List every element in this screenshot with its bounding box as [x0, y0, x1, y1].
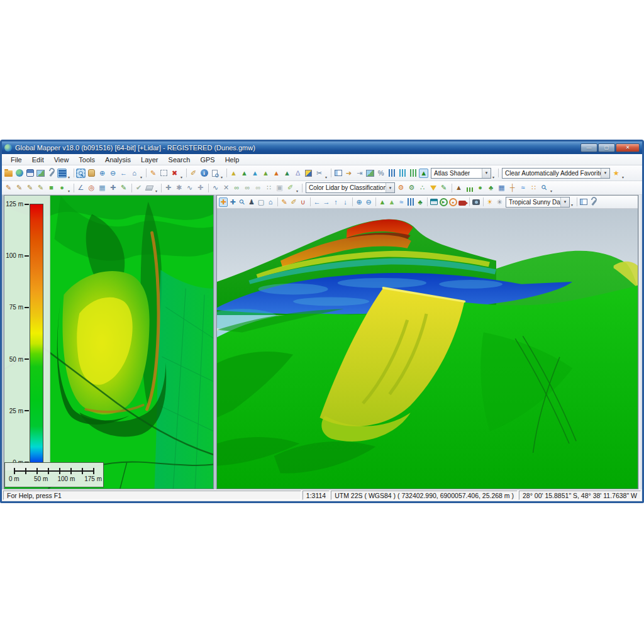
record-fly-through-icon[interactable]	[448, 197, 457, 207]
lidar-3d-icon[interactable]	[406, 197, 415, 207]
menu-file[interactable]: File	[6, 155, 27, 164]
combine-areas-icon[interactable]: ∞	[232, 183, 242, 192]
delete-feature-icon[interactable]: ✖	[170, 169, 179, 178]
dock-panel-icon[interactable]: ⇥	[355, 169, 364, 178]
watershed-analysis-icon[interactable]: ▲	[250, 169, 260, 178]
lidar-filter-icon[interactable]	[397, 169, 407, 178]
create-angle-icon[interactable]: ∠	[76, 183, 86, 192]
save-workspace-icon[interactable]	[25, 169, 35, 178]
fly-path-icon[interactable]: ∪	[299, 197, 308, 207]
sun-lighting-icon[interactable]: ☀	[486, 197, 494, 207]
transparency-icon[interactable]: %	[376, 169, 386, 178]
create-area-icon[interactable]: ✎	[25, 183, 35, 192]
view-3d-canvas[interactable]	[217, 209, 638, 489]
map-layout-icon[interactable]	[36, 169, 45, 178]
record-movie-icon[interactable]	[430, 197, 438, 207]
rotate-left-icon[interactable]: ←	[313, 197, 321, 207]
show-3d-bounding-box-icon[interactable]: ▢	[257, 197, 265, 207]
toolbar-overflow[interactable]: ▾	[550, 189, 552, 193]
confirm-edit-icon[interactable]: ✔	[134, 183, 143, 192]
atlas-shader-toggle-icon[interactable]: ▲	[419, 169, 428, 178]
subtract-areas-icon[interactable]: ∞	[243, 183, 252, 192]
full-view-icon[interactable]: ⌂	[130, 169, 139, 178]
snap-vertex-icon[interactable]: ✚	[196, 183, 205, 192]
terrain-shader-icon[interactable]: ▲	[229, 169, 238, 178]
create-grid-icon[interactable]: ▦	[97, 183, 107, 192]
paint-area-icon[interactable]: ✎	[119, 183, 128, 192]
crop-tool-icon[interactable]: ✂	[314, 169, 324, 178]
exaggeration-up-icon[interactable]: ▲	[378, 197, 387, 207]
toolbar-overflow[interactable]: ▾	[68, 175, 70, 179]
zoom-in-icon[interactable]: ⊕	[97, 169, 107, 178]
open-file-icon[interactable]	[4, 169, 13, 178]
chevron-down-icon[interactable]: ▾	[386, 183, 394, 192]
toolbar-overflow[interactable]: ▾	[155, 189, 157, 193]
sun-position-icon[interactable]: ✳	[495, 197, 504, 207]
feature-info-icon[interactable]	[199, 169, 209, 178]
reset-3d-view-icon[interactable]: ⌂	[266, 197, 275, 207]
lidar_color-combo[interactable]: Color Lidar by Classification▾	[306, 182, 395, 193]
chevron-down-icon[interactable]: ▾	[601, 169, 609, 178]
zoom-tool-icon[interactable]	[76, 169, 86, 178]
draw-3d-icon[interactable]: ✎	[280, 197, 289, 207]
classify-high-vegetation-icon[interactable]: ♣	[486, 183, 496, 192]
classify-powerline-icon[interactable]: ┼	[508, 183, 517, 192]
exaggeration-down-icon[interactable]: ▲	[387, 197, 396, 207]
zoom-out-3d-icon[interactable]: ⊖	[364, 197, 373, 207]
delete-vertex-icon[interactable]: ✱	[174, 183, 184, 192]
measure-3d-icon[interactable]: ✐	[289, 197, 298, 207]
raster-calculator-icon[interactable]	[304, 169, 313, 178]
menu-tools[interactable]: Tools	[74, 155, 100, 164]
sky-combo[interactable]: Tropical Sunny Day▾	[506, 197, 570, 208]
toggle-3d-panels-icon[interactable]	[579, 197, 588, 207]
toolbar-overflow[interactable]: ▾	[622, 175, 624, 179]
split-line-icon[interactable]: ✕	[221, 183, 231, 192]
edit-vertices-icon[interactable]: ∿	[185, 183, 194, 192]
walk-mode-icon[interactable]: ♟	[247, 197, 256, 207]
rotate-right-icon[interactable]: →	[322, 197, 331, 207]
image-swipe-icon[interactable]	[365, 169, 375, 178]
terrain-painting-icon[interactable]: ▲	[282, 169, 292, 178]
configure-icon[interactable]	[47, 169, 56, 178]
create-area-shape-icon[interactable]: ✎	[36, 183, 45, 192]
create-point-icon[interactable]: ✎	[4, 183, 13, 192]
toolbar-overflow[interactable]: ▾	[221, 175, 223, 179]
toolbar-overflow[interactable]: ▾	[571, 203, 573, 207]
classify-ground-icon[interactable]: ▲	[454, 183, 464, 192]
crop-areas-icon[interactable]: ∞	[253, 183, 263, 192]
previous-view-icon[interactable]: ←	[119, 169, 128, 178]
close-button[interactable]: ✕	[616, 143, 640, 152]
zoom-3d-view-icon[interactable]: ⚲	[236, 196, 249, 209]
copy-features-icon[interactable]: ∷	[264, 183, 274, 192]
water-display-3d-icon[interactable]: ≈	[397, 197, 406, 207]
menu-view[interactable]: View	[49, 155, 74, 164]
classify-noise-icon[interactable]: ∷	[529, 183, 538, 192]
screen-capture-icon[interactable]	[472, 197, 480, 207]
zoom-out-icon[interactable]: ⊖	[108, 169, 118, 178]
lidar-filter-points-icon[interactable]	[428, 183, 438, 192]
video-capture-icon[interactable]	[458, 197, 467, 207]
tilt-up-icon[interactable]: ↑	[331, 197, 340, 207]
lidar-auto-classify-gear-icon[interactable]: ⚙	[407, 183, 416, 192]
classify-low-vegetation-icon[interactable]	[465, 183, 474, 192]
maximize-button[interactable]: ▢	[598, 143, 615, 152]
move-feature-icon[interactable]: ✚	[108, 183, 118, 192]
terrain-analysis-icon[interactable]: ▲	[240, 169, 249, 178]
zoom-in-3d-icon[interactable]: ⊕	[355, 197, 364, 207]
lidar-edit-points-icon[interactable]: ✎	[439, 183, 448, 192]
toolbar-overflow[interactable]: ▾	[296, 189, 298, 193]
toolbar-overflow[interactable]: ▾	[140, 175, 142, 179]
overlay-control-center-icon[interactable]	[57, 169, 67, 178]
create-rectangle-icon[interactable]: ■	[47, 183, 56, 192]
lidar-extract-icon[interactable]	[408, 169, 418, 178]
scrollbar[interactable]	[638, 195, 642, 489]
lidar-settings-gear-icon[interactable]: ⚙	[396, 183, 406, 192]
digitizer-tool-icon[interactable]: ✎	[148, 169, 158, 178]
vegetation-3d-icon[interactable]: ♣	[416, 197, 425, 207]
chevron-down-icon[interactable]: ▾	[482, 169, 491, 178]
freehand-draw-icon[interactable]: ✐	[286, 183, 295, 192]
open-online-data-icon[interactable]	[14, 169, 24, 178]
view-shed-analysis-icon[interactable]: ▲	[261, 169, 270, 178]
tilt-down-icon[interactable]: ↓	[341, 197, 350, 207]
pan-tool-icon[interactable]	[87, 169, 96, 178]
